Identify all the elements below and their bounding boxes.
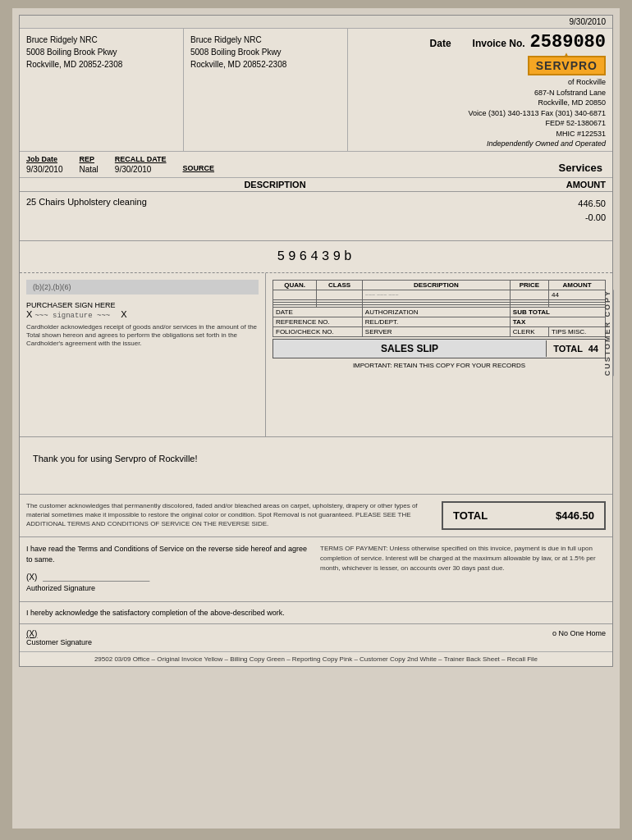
bill-to-1: Bruce Ridgely NRC 5008 Boiling Brook Pkw… <box>20 29 184 151</box>
description-item: 25 Chairs Upholstery cleaning <box>26 197 524 235</box>
description-column-header: DESCRIPTION <box>26 180 524 189</box>
important-text: IMPORTANT: RETAIN THIS COPY FOR YOUR REC… <box>272 362 606 369</box>
disclaimer-text: The customer acknowledges that permanent… <box>26 501 433 530</box>
customer-sig-left: (X) Customer Signature <box>26 629 536 646</box>
reference-number: 596439b <box>277 249 355 264</box>
invoice-container: 9/30/2010 Bruce Ridgely NRC 5008 Boiling… <box>19 15 613 667</box>
customer-sig-section: (X) Customer Signature o No One Home <box>20 624 612 651</box>
servpro-address2: Rockville, MD 20850 <box>468 98 606 108</box>
date-cell: DATE <box>273 307 363 317</box>
server-cell: SERVER <box>362 326 510 336</box>
receipt-right: QUAN. CLASS DESCRIPTION PRICE AMOUNT ~~~… <box>266 273 612 436</box>
total-label: TOTAL <box>553 344 582 354</box>
completion-text: I hereby acknowledge the satisfactory co… <box>26 609 285 617</box>
recall-date-value: 9/30/2010 <box>115 165 167 174</box>
footer-bar: 29502 03/09 Office – Original Invoice Ye… <box>20 651 612 666</box>
row1-quan <box>273 290 317 299</box>
redacted-info: (b)(2),(b)(6) <box>26 280 259 294</box>
invoice-label: Invoice No. <box>473 38 525 49</box>
sales-slip-subtotal-row: DATE AUTHORIZATION SUB TOTAL <box>273 307 606 317</box>
date-label: DATE <box>276 308 293 316</box>
job-date-value: 9/30/2010 <box>26 165 63 174</box>
servpro-phone: Voice (301) 340-1313 Fax (301) 340-6871 <box>468 108 606 119</box>
col-description: DESCRIPTION <box>362 280 510 290</box>
total-box: TOTAL $446.50 <box>442 501 606 530</box>
date-field-label: Date <box>430 38 451 49</box>
bill-to-1-address1: 5008 Boiling Brook Pkwy <box>26 46 176 58</box>
terms-right: TERMS OF PAYMENT: Unless otherwise speci… <box>320 544 606 595</box>
col-quan: QUAN. <box>273 280 317 290</box>
servpro-address-block: of Rockville 687-N Lofstrand Lane Rockvi… <box>468 77 606 139</box>
receipt-left: (b)(2),(b)(6) PURCHASER SIGN HERE X ~~~ … <box>20 273 266 436</box>
desc-amount-header: DESCRIPTION AMOUNT <box>20 178 612 192</box>
sales-slip-row-1: ~~~ ~~~ ~~~ 44 <box>273 290 606 299</box>
col-amount: AMOUNT <box>549 280 606 290</box>
rep-field: REP Natal <box>80 155 98 174</box>
sales-slip-table: QUAN. CLASS DESCRIPTION PRICE AMOUNT ~~~… <box>272 280 606 337</box>
tips-cell: TIPS MISC. <box>549 326 606 336</box>
clerk-cell: CLERK <box>510 326 548 336</box>
servpro-logo-area: SERVPRO ▲ of Rockville 687-N Lofstrand L… <box>468 56 606 148</box>
recall-date-field: RECALL DATE 9/30/2010 <box>115 155 167 174</box>
bill-to-1-address2: Rockville, MD 20852-2308 <box>26 58 176 71</box>
top-date-bar: 9/30/2010 <box>20 16 612 29</box>
description-content-row: 25 Chairs Upholstery cleaning 446.50 -0.… <box>20 192 612 241</box>
bill-to-2-name: Bruce Ridgely NRC <box>190 34 341 46</box>
servpro-address1: 687-N Lofstrand Lane <box>468 88 606 98</box>
bill-to-2: Bruce Ridgely NRC 5008 Boiling Brook Pkw… <box>184 29 348 151</box>
amount-1: 446.50 <box>524 197 606 212</box>
completion-section: I hereby acknowledge the satisfactory co… <box>20 602 612 624</box>
servpro-tagline: Independently Owned and Operated <box>468 139 606 148</box>
rep-value: Natal <box>80 165 98 174</box>
lower-section: (b)(2),(b)(6) PURCHASER SIGN HERE X ~~~ … <box>20 273 612 437</box>
auth-label: AUTHORIZATION <box>365 308 419 316</box>
invoice-page: 9/30/2010 Bruce Ridgely NRC 5008 Boiling… <box>12 8 620 829</box>
sales-slip-total-row: SALES SLIP TOTAL 44 <box>272 339 606 358</box>
top-date: 9/30/2010 <box>570 17 607 26</box>
invoice-number: 2589080 <box>530 32 606 52</box>
thankyou-message: Thank you for using Servpro of Rockville… <box>33 454 198 463</box>
rel-dept-cell: REL/DEPT. <box>362 317 510 326</box>
services-label: Services <box>559 162 607 174</box>
auth-x-mark: (X) __________________________ <box>26 571 312 584</box>
total-section: The customer acknowledges that permanent… <box>20 495 612 537</box>
total-value: 44 <box>588 344 598 354</box>
authorized-sig-label: Authorized Signature <box>26 583 312 595</box>
sales-slip-folio-row: FOLIO/CHECK NO. SERVER CLERK TIPS MISC. <box>273 326 606 336</box>
reference-number-row: 596439b <box>20 241 612 273</box>
invoice-number-line: Date Invoice No. 2589080 <box>430 32 606 52</box>
row1-desc: ~~~ ~~~ ~~~ <box>362 290 510 299</box>
servpro-name: SERVPRO <box>536 59 598 72</box>
purchaser-sign-label: PURCHASER SIGN HERE <box>26 301 259 309</box>
auth-cell: AUTHORIZATION <box>362 307 510 317</box>
footer-text: 29502 03/09 Office – Original Invoice Ye… <box>94 655 538 663</box>
job-date-label: Job Date <box>26 155 63 163</box>
sales-slip-title: SALES SLIP <box>273 340 546 358</box>
terms-left: I have read the Terms and Conditions of … <box>26 544 312 595</box>
servpro-subtitle: of Rockville <box>468 77 606 88</box>
terms-signature-section: I have read the Terms and Conditions of … <box>20 537 612 602</box>
row1-class <box>317 290 363 299</box>
total-label: TOTAL <box>453 509 488 522</box>
source-label: SOURCE <box>183 164 215 172</box>
x-mark: X ~~~ signature ~~~ X <box>26 309 259 320</box>
row1-amount: 44 <box>549 290 606 299</box>
terms-text: I have read the Terms and Conditions of … <box>26 544 312 566</box>
servpro-fed: FED# 52-1380671 <box>468 118 606 129</box>
sales-slip-total: TOTAL 44 <box>546 340 605 357</box>
folio-cell: FOLIO/CHECK NO. <box>273 326 363 336</box>
purchaser-sign-section: PURCHASER SIGN HERE X ~~~ signature ~~~ … <box>26 301 259 349</box>
servpro-logo: SERVPRO ▲ <box>528 56 606 75</box>
no-one-home: o No One Home <box>552 629 606 637</box>
customer-copy-label: CUSTOMER COPY <box>603 290 614 376</box>
thankyou-section: Thank you for using Servpro of Rockville… <box>20 437 612 495</box>
cardholder-text: Cardholder acknowledges receipt of goods… <box>26 323 259 349</box>
source-field: SOURCE <box>183 164 215 174</box>
customer-x-mark: (X) <box>26 629 536 638</box>
recall-date-label: RECALL DATE <box>115 155 167 163</box>
customer-sig-label: Customer Signature <box>26 638 536 646</box>
bill-to-1-name: Bruce Ridgely NRC <box>26 34 176 46</box>
total-value: $446.50 <box>556 509 594 522</box>
servpro-mhic: MHIC #122531 <box>468 129 606 139</box>
job-date-field: Job Date 9/30/2010 <box>26 155 63 174</box>
